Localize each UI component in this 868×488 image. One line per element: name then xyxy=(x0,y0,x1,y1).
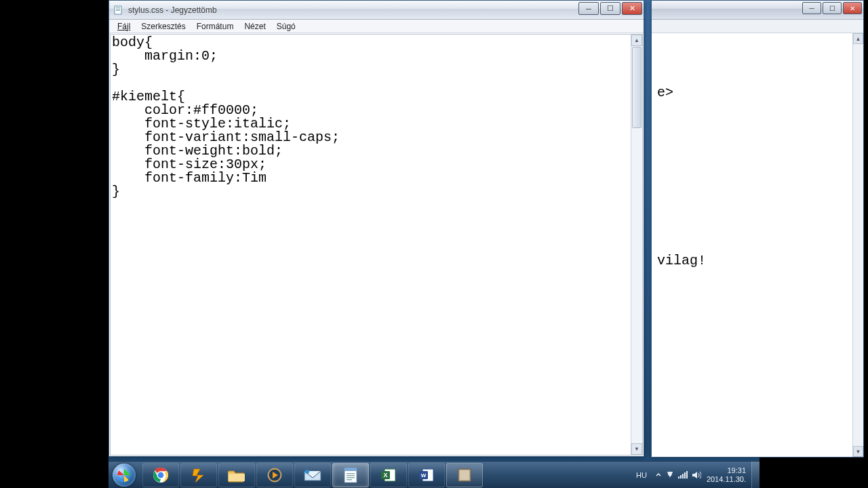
bg-maximize-button[interactable]: ☐ xyxy=(823,2,842,14)
svg-rect-29 xyxy=(686,471,688,479)
svg-rect-26 xyxy=(680,475,682,479)
bg-scroll-down-arrow[interactable]: ▼ xyxy=(853,446,863,457)
svg-rect-25 xyxy=(678,476,679,479)
tray-chevron-icon[interactable] xyxy=(655,472,662,479)
mail-icon xyxy=(304,468,321,482)
menu-view[interactable]: Nézet xyxy=(239,20,271,33)
taskbar-mail[interactable] xyxy=(294,463,331,487)
menu-file[interactable]: Fájl xyxy=(112,20,136,33)
bg-minimize-button[interactable]: ─ xyxy=(802,2,821,14)
scroll-down-arrow[interactable]: ▼ xyxy=(631,443,642,455)
vertical-scrollbar[interactable]: ▲ ▼ xyxy=(631,35,642,455)
svg-rect-13 xyxy=(347,473,355,474)
volume-icon[interactable] xyxy=(692,471,701,479)
svg-rect-3 xyxy=(116,10,120,11)
menu-edit[interactable]: Szerkesztés xyxy=(136,20,191,33)
text-editor[interactable]: body{ margin:0; } #kiemelt{ color:#ff000… xyxy=(111,35,631,455)
svg-rect-24 xyxy=(460,470,469,480)
svg-rect-14 xyxy=(347,475,355,476)
taskbar: X W HU 19:31 2014.11.30. xyxy=(108,461,760,488)
desktop: ─ ☐ ✕ e> vilag! ▲ ▼ stylus.css - Jegyzet… xyxy=(108,0,760,488)
close-button[interactable]: ✕ xyxy=(622,2,642,15)
svg-text:W: W xyxy=(421,472,427,479)
svg-rect-1 xyxy=(116,7,120,8)
network-icon[interactable] xyxy=(678,471,688,479)
clock[interactable]: 19:31 2014.11.30. xyxy=(707,466,746,484)
show-desktop-button[interactable] xyxy=(751,462,760,489)
taskbar-notepad[interactable] xyxy=(332,463,369,487)
svg-point-10 xyxy=(305,470,309,474)
taskbar-media-player[interactable] xyxy=(256,463,293,487)
start-button[interactable] xyxy=(110,463,138,487)
menubar: Fájl Szerkesztés Formátum Nézet Súgó xyxy=(109,20,644,33)
taskbar-word[interactable]: W xyxy=(408,463,445,487)
chrome-icon xyxy=(152,466,170,484)
editor-area: body{ margin:0; } #kiemelt{ color:#ff000… xyxy=(110,34,643,455)
menu-format[interactable]: Formátum xyxy=(191,20,239,33)
word-icon: W xyxy=(418,467,435,483)
background-menubar[interactable] xyxy=(652,20,863,33)
notepad-app-icon xyxy=(113,5,124,16)
taskbar-winamp[interactable] xyxy=(180,463,217,487)
svg-rect-12 xyxy=(344,468,357,471)
clock-time: 19:31 xyxy=(707,466,746,475)
folder-icon xyxy=(228,468,245,483)
bg-text-fragment-1: e> xyxy=(657,85,673,100)
svg-rect-28 xyxy=(684,472,686,479)
maximize-button[interactable]: ☐ xyxy=(600,2,620,15)
scroll-up-arrow[interactable]: ▲ xyxy=(631,35,642,46)
svg-rect-16 xyxy=(347,479,352,481)
tray-icons xyxy=(655,471,701,479)
system-tray: HU 19:31 2014.11.30. xyxy=(633,466,751,484)
svg-rect-27 xyxy=(682,474,684,479)
taskbar-explorer[interactable] xyxy=(218,463,255,487)
taskbar-app[interactable] xyxy=(446,463,483,487)
bg-scroll-up-arrow[interactable]: ▲ xyxy=(853,33,863,44)
excel-icon: X xyxy=(380,467,397,483)
background-notepad-window: ─ ☐ ✕ e> vilag! ▲ ▼ xyxy=(651,0,864,458)
windows-orb-icon xyxy=(113,464,136,487)
titlebar[interactable]: stylus.css - Jegyzettömb ─ ☐ ✕ xyxy=(109,1,644,20)
winamp-icon xyxy=(191,467,207,483)
scroll-track[interactable] xyxy=(631,129,642,443)
taskbar-excel[interactable]: X xyxy=(370,463,407,487)
svg-text:X: X xyxy=(383,472,387,479)
notepad-icon xyxy=(343,466,358,484)
bg-text-fragment-2: vilag! xyxy=(657,253,706,268)
clock-date: 2014.11.30. xyxy=(707,475,746,484)
svg-rect-7 xyxy=(229,474,245,481)
notepad-window: stylus.css - Jegyzettömb ─ ☐ ✕ Fájl Szer… xyxy=(108,0,644,457)
taskbar-buttons: X W xyxy=(142,463,483,487)
background-titlebar[interactable]: ─ ☐ ✕ xyxy=(652,1,863,20)
svg-rect-15 xyxy=(347,477,355,479)
taskbar-chrome[interactable] xyxy=(142,463,179,487)
bg-vertical-scrollbar[interactable]: ▲ ▼ xyxy=(852,33,863,457)
minimize-button[interactable]: ─ xyxy=(578,2,599,15)
bg-scroll-track[interactable] xyxy=(853,44,863,446)
media-player-icon xyxy=(267,467,283,483)
window-title: stylus.css - Jegyzettömb xyxy=(128,5,217,15)
bg-close-button[interactable]: ✕ xyxy=(843,2,862,14)
action-center-icon[interactable] xyxy=(666,471,674,479)
menu-help[interactable]: Súgó xyxy=(271,20,301,33)
language-indicator[interactable]: HU xyxy=(633,470,650,481)
app-icon xyxy=(457,468,472,483)
svg-rect-2 xyxy=(116,9,120,9)
background-editor[interactable]: e> vilag! xyxy=(652,33,863,457)
scroll-thumb[interactable] xyxy=(632,47,642,128)
